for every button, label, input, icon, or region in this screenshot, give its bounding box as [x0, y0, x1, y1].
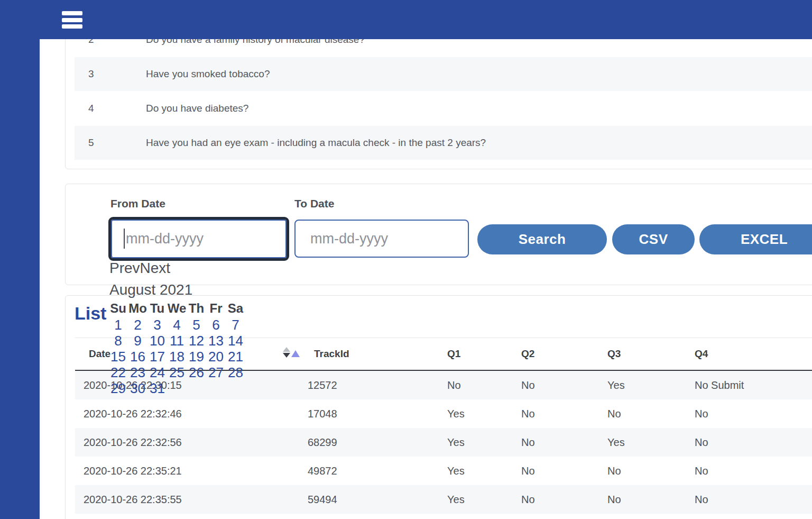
calendar-day[interactable]: 14	[226, 333, 245, 349]
sidebar	[0, 0, 40, 519]
page: 2 Do you have a family history of macula…	[0, 0, 812, 519]
calendar-day[interactable]: 26	[187, 365, 206, 381]
calendar-day[interactable]: 12	[187, 333, 206, 349]
calendar-day[interactable]: 8	[108, 333, 128, 349]
calendar-weekday: Sa	[226, 301, 245, 317]
calendar-day[interactable]: 15	[108, 349, 128, 365]
column-header-q2[interactable]: Q2	[514, 348, 600, 360]
table-cell: No	[514, 408, 600, 420]
calendar-day[interactable]: 19	[187, 349, 206, 365]
sort-icon[interactable]	[283, 347, 300, 359]
table-cell: Yes	[440, 408, 514, 420]
calendar-week-row: 1234567	[108, 317, 250, 333]
calendar-empty-cell	[226, 380, 245, 397]
datepicker-next[interactable]: Next	[140, 260, 171, 276]
calendar-day[interactable]: 6	[206, 317, 226, 333]
calendar-day[interactable]: 31	[147, 380, 167, 397]
calendar-day[interactable]: 22	[108, 365, 128, 381]
table-cell: No	[600, 408, 687, 420]
table-cell: 59494	[300, 494, 440, 506]
calendar-day[interactable]: 1	[108, 317, 128, 333]
menu-icon[interactable]	[62, 11, 82, 29]
calendar-weekday: We	[167, 301, 187, 317]
calendar-day[interactable]: 3	[147, 317, 167, 333]
datepicker-prev[interactable]: Prev	[109, 260, 140, 276]
question-text: Have you had an eye exam - including a m…	[146, 137, 812, 149]
datepicker-title: August 2021	[108, 279, 250, 301]
list-heading: List	[75, 303, 106, 324]
table-cell: No	[687, 408, 812, 420]
table-cell: 2020-10-26 22:35:55	[75, 494, 300, 506]
table-row: 2020-10-26 22:35:5559494YesNoNoNo	[75, 485, 812, 514]
to-date-field	[294, 220, 469, 258]
table-cell: No	[687, 465, 812, 477]
table-cell: No	[514, 436, 600, 449]
calendar-day[interactable]: 17	[147, 349, 167, 365]
calendar-weekday: Fr	[206, 301, 226, 317]
table-cell: No Submit	[687, 379, 812, 391]
question-number: 3	[75, 68, 146, 80]
calendar-day[interactable]: 5	[187, 317, 206, 333]
table-cell: 2020-10-26 22:32:56	[75, 436, 300, 449]
sort-down-arrow-icon	[283, 353, 290, 358]
question-text: Have you smoked tobacco?	[146, 68, 812, 80]
calendar-day[interactable]: 28	[226, 365, 245, 381]
calendar-weeks: 1234567891011121314151617181920212223242…	[108, 317, 250, 396]
table-cell: Yes	[440, 465, 514, 477]
table-row: 2020-10-26 22:32:4617048YesNoNoNo	[75, 399, 812, 428]
search-button[interactable]: Search	[477, 224, 607, 254]
calendar-day[interactable]: 7	[226, 317, 245, 333]
column-header-q3[interactable]: Q3	[600, 348, 687, 360]
table-cell: No	[600, 494, 687, 506]
calendar-day[interactable]: 25	[167, 365, 187, 381]
table-cell: 68299	[300, 436, 440, 449]
calendar-day[interactable]: 23	[128, 365, 147, 381]
calendar-day[interactable]: 9	[128, 333, 147, 349]
calendar-day[interactable]: 2	[128, 317, 147, 333]
sort-up-arrow-icon	[283, 347, 290, 352]
calendar-day[interactable]: 13	[206, 333, 226, 349]
from-date-label: From Date	[110, 197, 165, 210]
to-date-input[interactable]	[299, 223, 465, 254]
calendar-day[interactable]: 18	[167, 349, 187, 365]
table-cell: Yes	[440, 436, 514, 449]
calendar-weekday: Th	[187, 301, 206, 317]
column-header-trackid[interactable]: TrackId	[300, 348, 440, 360]
question-text: Do you have diabetes?	[146, 103, 812, 114]
question-row: 5 Have you had an eye exam - including a…	[75, 126, 812, 160]
calendar-week-row: 293031	[108, 380, 250, 396]
from-date-input[interactable]	[114, 222, 283, 256]
datepicker-nav: PrevNext	[108, 258, 250, 279]
calendar-day[interactable]: 11	[167, 333, 187, 349]
question-row: 3 Have you smoked tobacco?	[75, 57, 812, 91]
csv-button[interactable]: CSV	[612, 224, 695, 254]
table-cell: Yes	[440, 494, 514, 506]
table-cell: Yes	[600, 379, 687, 391]
datepicker: PrevNext August 2021 SuMoTuWeThFrSa 1234…	[108, 258, 250, 396]
calendar-day[interactable]: 30	[128, 380, 147, 397]
calendar-week-row: 22232425262728	[108, 365, 250, 380]
calendar-day[interactable]: 21	[226, 349, 245, 365]
table-cell: 2020-10-26 22:32:46	[75, 408, 300, 420]
calendar-day[interactable]: 4	[167, 317, 187, 333]
calendar-day[interactable]: 10	[147, 333, 167, 349]
calendar-day[interactable]: 24	[147, 365, 167, 381]
table-cell: 49872	[300, 465, 440, 477]
table-cell: 2020-10-26 22:35:21	[75, 465, 300, 477]
menu-bar	[62, 24, 82, 29]
table-cell: No	[514, 465, 600, 477]
calendar-day[interactable]: 20	[206, 349, 226, 365]
excel-button[interactable]: EXCEL	[699, 224, 812, 254]
calendar-empty-cell	[167, 380, 187, 397]
calendar-day[interactable]: 27	[206, 365, 226, 381]
table-cell: No	[514, 379, 600, 391]
calendar-day[interactable]: 29	[108, 380, 128, 397]
question-row: 4 Do you have diabetes?	[75, 91, 812, 126]
column-header-q1[interactable]: Q1	[440, 348, 514, 360]
calendar-weekday-row: SuMoTuWeThFrSa	[108, 301, 250, 317]
menu-bar	[62, 11, 82, 15]
calendar-weekday: Su	[108, 301, 128, 317]
calendar-day[interactable]: 16	[128, 349, 147, 365]
menu-bar	[62, 18, 82, 22]
column-header-q4[interactable]: Q4	[687, 348, 812, 360]
